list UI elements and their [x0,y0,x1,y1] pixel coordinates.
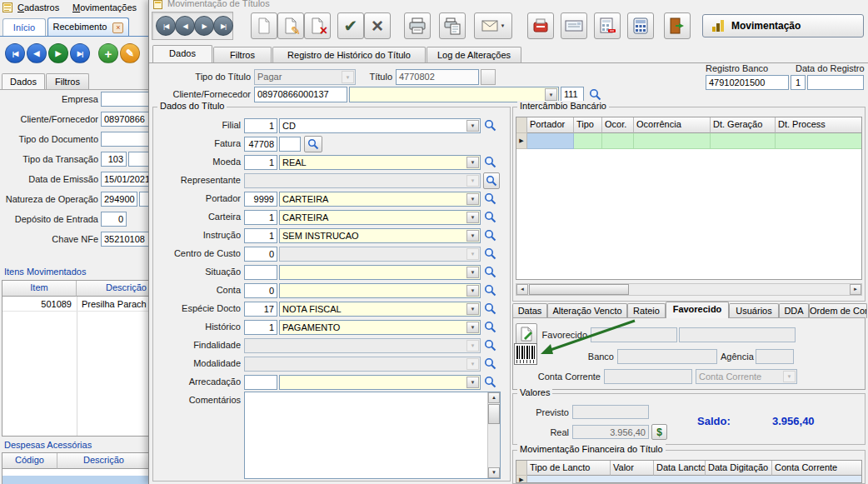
scroll-left-button[interactable]: ◄ [516,284,528,295]
dollar-button[interactable]: $ [651,424,667,440]
chevron-down-icon[interactable]: ▼ [466,377,479,388]
grid-cell[interactable] [711,133,776,149]
tab-dda[interactable]: DDA [779,303,809,318]
column-header-codigo[interactable]: Código [2,453,57,469]
fatura-seq-field[interactable] [279,137,301,152]
tab-filtros-bg[interactable]: Filtros [46,73,89,89]
edit-button[interactable]: ✎ [277,12,304,39]
conta-corrente-combo[interactable]: Conta Corrente ▼ [696,369,797,384]
carteira-combo[interactable]: CARTEIRA▼ [279,210,481,225]
tab-dados-bg[interactable]: Dados [2,73,45,89]
situacao-code-field[interactable] [244,265,277,280]
chave-nfe-field[interactable]: 35210108 [101,232,150,247]
finalidade-search-icon[interactable] [484,339,496,353]
centro-custo-search-icon[interactable] [484,247,496,262]
moeda-search-icon[interactable] [484,156,496,170]
representante-search-button[interactable] [483,172,500,189]
col-data-lancto[interactable]: Data Lancto [654,461,706,476]
chevron-down-icon[interactable]: ▼ [466,303,479,315]
chevron-down-icon[interactable]: ▼ [466,157,479,168]
nav-next-button[interactable]: ▶ [48,43,68,63]
arrecadacao-code-field[interactable] [244,375,277,390]
tab-recebimento[interactable]: Recebimento × [47,17,129,36]
historico-search-icon[interactable] [484,321,496,335]
item-cell[interactable]: 501089 [2,297,74,311]
print-button[interactable] [404,12,431,39]
scroll-up-button[interactable]: ▲ [488,392,500,403]
tab-usuarios[interactable]: Usuários [729,303,779,318]
carteira-search-icon[interactable] [484,211,496,225]
barcode-icon[interactable] [514,343,537,365]
tipo-transacao-desc-field[interactable] [128,152,150,167]
grid-row-selected[interactable] [527,476,862,483]
natureza-operacao-field[interactable]: 294900 [101,192,137,207]
tab-filtros[interactable]: Filtros [213,47,272,62]
edit-record-button[interactable]: ✎ [120,43,140,63]
close-icon[interactable]: × [112,22,123,33]
row-marker[interactable]: ▶ [516,476,527,483]
titulo-lookup-button[interactable] [481,69,496,85]
historico-code-field[interactable]: 1 [244,320,277,335]
tab-alteracao-vencto[interactable]: Alteração Vencto [547,303,627,318]
conta-code-field[interactable]: 0 [244,283,277,298]
nav-prev-button[interactable]: ◀ [27,43,47,63]
menu-cadastros[interactable]: Cadastros [15,2,62,13]
tab-registro-historico[interactable]: Registro de Histórico do Título [272,47,426,62]
cliente-code-field[interactable]: 08970866000137 [254,87,347,102]
portador-search-icon[interactable] [484,192,496,207]
col-tipo[interactable]: Tipo [574,117,602,133]
chevron-down-icon[interactable]: ▼ [466,212,479,223]
conta-combo[interactable]: ▼ [279,283,481,298]
tipo-titulo-combo[interactable]: Pagar ▼ [254,69,356,85]
tipo-documento-field[interactable] [101,132,150,147]
situacao-combo[interactable]: ▼ [279,265,481,280]
grid-cell[interactable] [634,133,711,149]
selected-row[interactable] [2,476,150,484]
chevron-down-icon[interactable]: ▼ [466,285,479,297]
col-dt-process[interactable]: Dt. Process [776,117,862,133]
column-header-descricao[interactable]: Descrição [57,453,150,469]
col-ocor[interactable]: Ocor. [602,117,634,133]
menu-movimentacoes[interactable]: Movimentações [70,2,139,13]
fatura-search-button[interactable] [304,136,322,152]
nav-first-button-fg[interactable]: |◀ [156,16,176,36]
movimentacao-button[interactable]: Movimentação [702,14,864,37]
nav-last-button[interactable]: ▶| [70,43,90,63]
cancel-button[interactable]: × [364,12,391,39]
comentarios-scrollbar[interactable]: ▲ ▼ [487,392,500,478]
scroll-right-button[interactable]: ► [850,284,861,295]
chevron-down-icon[interactable]: ▼ [466,193,479,205]
nav-prev-button-fg[interactable]: ◀ [175,16,195,36]
instrucao-code-field[interactable]: 1 [244,228,277,243]
delete-button[interactable]: × [304,12,331,39]
registro-banco-field[interactable]: 47910201500 [706,75,789,90]
estorno-calc-button[interactable] [594,12,621,39]
real-field[interactable]: 3.956,40 [572,425,649,439]
grid-cell[interactable] [776,133,862,149]
deposito-entrada-field[interactable]: 0 [101,212,127,227]
cliente-fornecedor-field-bg[interactable]: 08970866 [101,112,150,127]
intercambio-hscrollbar[interactable]: ◄ ► [516,283,862,296]
confirm-button[interactable]: ✔ [337,12,364,39]
portador-combo[interactable]: CARTEIRA▼ [279,192,481,207]
especie-search-icon[interactable] [484,302,496,317]
col-ocorrencia[interactable]: Ocorrência [634,117,711,133]
arrecadacao-combo[interactable]: ▼ [279,375,481,390]
data-registro-field[interactable] [807,75,864,90]
cheque-button[interactable] [561,12,587,39]
col-conta-corrente[interactable]: Conta Corrente [772,461,862,476]
tab-inicio[interactable]: Início [2,18,46,37]
conta-corrente-field[interactable] [604,369,692,384]
nav-first-button[interactable]: |◀ [5,43,25,63]
registro-banco-seq-field[interactable]: 1 [791,75,806,90]
filial-combo[interactable]: CD▼ [279,118,481,133]
nav-next-button-fg[interactable]: ▶ [194,16,214,36]
chevron-down-icon[interactable]: ▼ [466,120,479,132]
chevron-down-icon[interactable]: ▼ [545,88,557,101]
arrecadacao-search-icon[interactable] [484,376,496,390]
fiscal-device-button[interactable] [527,12,554,39]
column-header-descricao[interactable]: Descrição [77,281,150,297]
print-preview-button[interactable] [439,12,466,39]
col-data-digitacao[interactable]: Data Digitação [706,461,772,476]
col-valor[interactable]: Valor [611,461,654,476]
